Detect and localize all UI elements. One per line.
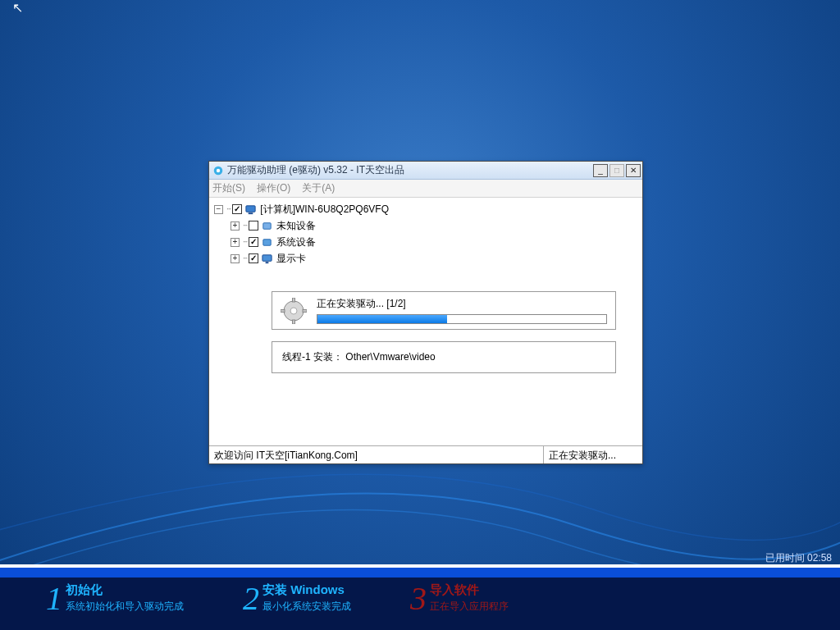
install-step: 2安装 Windows最小化系统安装完成 (243, 582, 351, 615)
progress-label: 正在安装驱动... [1/2] (317, 297, 607, 311)
svg-rect-13 (303, 309, 307, 312)
menu-about[interactable]: 关于(A) (302, 181, 335, 195)
tree-node-label: 系统设备 (276, 234, 316, 250)
tree-node-label: [计算机]WIN-6U8Q2PQ6VFQ (260, 201, 389, 217)
window-title: 万能驱动助理 (e驱动) v5.32 - IT天空出品 (227, 163, 593, 177)
checkbox[interactable] (249, 253, 258, 263)
menubar: 开始(S) 操作(O) 关于(A) (209, 180, 642, 198)
svg-point-1 (217, 168, 220, 171)
menu-action[interactable]: 操作(O) (257, 181, 290, 195)
install-progress-bar (0, 568, 840, 578)
progress-panel: 正在安装驱动... [1/2] (272, 291, 616, 330)
svg-rect-3 (249, 212, 253, 214)
elapsed-time: 已用时间 02:58 (765, 551, 832, 565)
content-area: − ··· [计算机]WIN-6U8Q2PQ6VFQ + ··· 未知设备 (209, 198, 642, 445)
expand-icon[interactable]: + (231, 238, 240, 247)
status-left: 欢迎访问 IT天空[iTianKong.Com] (209, 446, 544, 463)
svg-rect-7 (266, 262, 269, 263)
progress-bar (317, 314, 607, 324)
gear-icon (281, 298, 307, 324)
svg-rect-4 (263, 222, 271, 229)
svg-rect-11 (293, 320, 295, 324)
step-number: 3 (410, 582, 427, 615)
expand-icon[interactable]: + (231, 221, 240, 231)
close-button[interactable]: ✕ (626, 164, 641, 177)
device-icon (261, 220, 273, 232)
driver-installer-window: 万能驱动助理 (e驱动) v5.32 - IT天空出品 _ □ ✕ 开始(S) … (208, 161, 643, 464)
tree-node-unknown[interactable]: + ··· 未知设备 (214, 217, 637, 234)
svg-rect-10 (293, 298, 295, 302)
computer-icon (244, 203, 257, 216)
checkbox[interactable] (232, 204, 242, 214)
expand-icon[interactable]: + (231, 254, 240, 263)
expand-icon[interactable]: − (214, 205, 223, 214)
tree-node-label: 显示卡 (276, 250, 306, 267)
device-tree: − ··· [计算机]WIN-6U8Q2PQ6VFQ + ··· 未知设备 (214, 201, 637, 267)
cursor-icon: ↖ (12, 0, 23, 16)
svg-point-9 (290, 308, 297, 314)
tree-root[interactable]: − ··· [计算机]WIN-6U8Q2PQ6VFQ (214, 201, 637, 217)
checkbox[interactable] (249, 221, 258, 231)
step-number: 2 (243, 582, 259, 615)
device-icon (261, 236, 273, 249)
install-step: 3导入软件正在导入应用程序 (410, 582, 509, 615)
app-icon (212, 165, 224, 176)
step-number: 1 (46, 582, 62, 615)
menu-start[interactable]: 开始(S) (212, 181, 245, 195)
status-right: 正在安装驱动... (544, 446, 642, 463)
tree-node-label: 未知设备 (276, 217, 316, 234)
step-title: 安装 Windows (262, 582, 351, 598)
install-steps: 1初始化系统初始化和导入驱动完成2安装 Windows最小化系统安装完成3导入软… (46, 582, 509, 615)
maximize-button[interactable]: □ (609, 164, 624, 177)
thread-status: 线程-1 安装： Other\Vmware\video (272, 341, 616, 373)
titlebar[interactable]: 万能驱动助理 (e驱动) v5.32 - IT天空出品 _ □ ✕ (209, 162, 642, 180)
step-subtitle: 正在导入应用程序 (430, 600, 509, 614)
minimize-button[interactable]: _ (593, 164, 608, 177)
install-step: 1初始化系统初始化和导入驱动完成 (46, 582, 184, 615)
svg-rect-5 (263, 239, 271, 245)
checkbox[interactable] (249, 237, 258, 247)
svg-rect-6 (262, 254, 272, 261)
svg-rect-2 (246, 205, 255, 212)
step-subtitle: 系统初始化和导入驱动完成 (66, 600, 184, 614)
display-icon (261, 253, 273, 265)
tree-node-display[interactable]: + ··· 显示卡 (214, 250, 637, 267)
svg-rect-12 (281, 309, 285, 312)
step-subtitle: 最小化系统安装完成 (262, 600, 351, 614)
step-title: 导入软件 (430, 582, 509, 598)
statusbar: 欢迎访问 IT天空[iTianKong.Com] 正在安装驱动... (209, 445, 642, 463)
tree-node-system[interactable]: + ··· 系统设备 (214, 234, 637, 250)
step-title: 初始化 (66, 582, 184, 598)
